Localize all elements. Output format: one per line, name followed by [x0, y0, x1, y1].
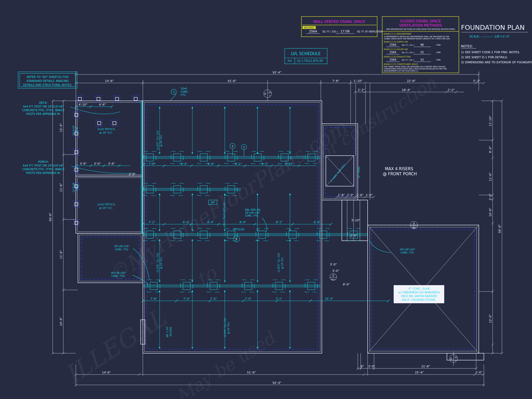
- dim-top: 14'-6": [105, 79, 114, 83]
- dim-right: 11'-10": [489, 116, 492, 126]
- watermark-text: ILLEGAL: [60, 304, 171, 390]
- marker-3: 3: [173, 90, 174, 93]
- dim-rowC: 7'-0": [184, 297, 190, 300]
- dim-rowB: 8'-4": [240, 221, 246, 224]
- section-marker-number: 2: [455, 360, 456, 362]
- house-air-area: 2564: [389, 51, 396, 54]
- stoop-slab-label: 4" CONC. SLAB (ALL): [330, 164, 346, 182]
- dim-left: 11'-6": [59, 183, 63, 192]
- risers-note: @ FRONT PORCH: [383, 172, 417, 176]
- title-block: FOUNDATION PLAN SCALE: ------------ 1/8"…: [461, 24, 532, 64]
- dim-deck: 4'-6": [99, 103, 106, 106]
- vented-formula: SQ. FT. / 150 =: [322, 31, 338, 33]
- dbl-pier-note: DBL PIER ON: [245, 209, 260, 211]
- dim-deck: 4'-10": [78, 103, 87, 106]
- dim-rowC: 15'-3": [325, 297, 333, 300]
- lvl-mark-cell: AIV: [288, 59, 292, 62]
- slab-note: ON 4" CRUSHED STONE.: [402, 298, 436, 301]
- exhaust-fan-head: (R408.3.2.4) EXHAUST FAN: [384, 56, 410, 58]
- dim-rowB: 8'-1": [276, 221, 283, 224]
- tji-label: 11.875" T.J.I. 210: [224, 318, 226, 338]
- house-air-formula: SQ. FT. / 50 =: [402, 52, 414, 54]
- porch-note: CONCRETE FTG. (TYP.). BRACE: [22, 168, 65, 171]
- dim-top: 2'-2": [358, 88, 365, 92]
- deck-note: 4x4 P.T. POST ON 16"x16"x8": [23, 105, 64, 108]
- slab-note: 4" CONC. SLAB: [408, 287, 429, 290]
- tji-label: @ 24" O.C.: [227, 322, 230, 334]
- dim-right: 8'-0": [489, 146, 492, 153]
- porch-note: POSTS PER APPENDIX M.: [26, 171, 61, 174]
- floor-joist-label: 2x10 TRT'D FJ: [97, 203, 115, 206]
- floor-joist-label: 2x10 TRT'D FJ: [97, 128, 115, 131]
- dim-overall-left: 56'-6": [49, 213, 52, 221]
- trtd-label: (2) 2x10: [72, 126, 75, 135]
- marker-2: 2: [232, 145, 233, 148]
- closed-title: CLOSED CRAWL SPACE: [400, 19, 441, 23]
- dim-left: 11'-6": [59, 250, 63, 259]
- house-air-value: 52: [421, 51, 424, 54]
- dim-top: 2'-2": [448, 88, 455, 92]
- dim-rowA: 6'-2": [235, 162, 242, 165]
- dim-bottom: 21'-8": [421, 365, 430, 368]
- dim-bottom: 51'-6": [247, 371, 256, 374]
- tji-label: @ 24" O.C.: [160, 134, 163, 147]
- ftg36-note: 36"x36"x16": [114, 245, 129, 248]
- house-air-head: (R408.3.2.3) HOUSE AIR: [384, 48, 408, 51]
- tji-label: 11.875" T.J.I. 210: [277, 253, 280, 273]
- sd-reference-box: REFER TO "SD" SHEET(S) FOR STANDARD DETA…: [18, 72, 77, 88]
- detail-marker-sheet: SD-1: [331, 279, 335, 281]
- dim-stoop: 1'-6": [366, 193, 373, 197]
- dim-right: 10'-0": [489, 208, 492, 217]
- ftg36-note: CONC. FTG.: [401, 251, 414, 254]
- vented-area: 2564: [309, 30, 317, 33]
- conditioned-body: CONDITIONED SPACE WITH WALL INSULATION I…: [384, 68, 447, 70]
- dehumidifier-head: (R408.3.2.1) DEHUMIDIFIER: [384, 33, 411, 35]
- tji-label: 11.875" T.J.I. 210: [156, 131, 159, 150]
- ftg36-note: CONC. FTG.: [115, 248, 129, 251]
- supply-air-head: (R408.3.2.2) SUPPLY AIR: [384, 41, 408, 43]
- lvl-title: LVL SCHEDULE: [291, 51, 321, 56]
- supply-air-unit: CFM: [436, 44, 440, 46]
- dim-right: 12'-0": [489, 314, 492, 323]
- dim-right: 2'-0": [489, 193, 492, 200]
- dim-stoop: 2'-0": [347, 193, 354, 197]
- dim-top: 1'-10": [354, 79, 362, 83]
- lvl-spec-cell: (2) 1.75x11.875-20': [297, 59, 323, 62]
- sd-note-line: STANDARD DETAILS, BRACING: [27, 79, 69, 82]
- dim-misc: 2'-0": [350, 234, 357, 237]
- dim-left: 12'-4": [59, 123, 63, 132]
- floor-joist-label: @ 16" O.C.: [99, 131, 113, 134]
- conditioned-head: (R408.3.2.5) CONDITIONED SPACE: [384, 63, 418, 65]
- sd-note-line: DETAILS AND STRUCTURAL NOTES.: [23, 83, 72, 86]
- floor-joist-label: @ 16" O.C.: [99, 206, 113, 209]
- sheet-title: FOUNDATION PLAN: [461, 24, 525, 31]
- exhaust-fan-area: 2564: [389, 58, 396, 61]
- deck-note: CONCRETE FTG. (TYP.). BRACE: [22, 109, 65, 112]
- dim-stoop: 1'-8": [338, 193, 345, 197]
- dim-rowA: 6'-4": [208, 162, 214, 165]
- watermark-text: May be used: [172, 327, 280, 399]
- note-item: 2) SEE SHEET D-1 FOR DETAILS.: [461, 56, 508, 59]
- scale-label: SCALE: ------------ 1/8"=1'-0": [469, 35, 510, 38]
- dim-bottom: 8": [361, 365, 364, 368]
- access-label: ACCESS: [169, 327, 172, 336]
- dim-misc: 8'-0": [343, 283, 350, 286]
- vented-title: WALL VENTED CRAWL SPACE: [313, 19, 365, 24]
- foundation-plan-sheet: 92'-4" 14'-6" 41'-6" 7'-8" 1'-10" 22'-8"…: [0, 0, 532, 399]
- closed-title: VENTILATION METHODS: [399, 23, 442, 27]
- notes-heading: NOTES:: [461, 44, 473, 48]
- trtd-label: TRT'D: [76, 127, 78, 134]
- vented-suffix: SQ. FT. OF VENTILATION: [357, 31, 383, 33]
- dim-rowC: 7'-0": [245, 297, 252, 300]
- trtd-label: TRT'D: [76, 184, 78, 191]
- deck-note: POSTS PER APPENDIX M.: [26, 112, 61, 115]
- dim-overall-bottom: 92'-4": [272, 381, 281, 385]
- dim-rowA: 7'-2": [149, 162, 155, 165]
- marker-6: 6: [236, 238, 237, 240]
- supply-air-area: 2564: [389, 43, 396, 46]
- watermark-text: to: [192, 261, 221, 291]
- exhaust-fan-unit: CFM: [436, 59, 440, 61]
- dim-rowC: 7'-0": [210, 297, 217, 300]
- plan-drawing: 92'-4" 14'-6" 41'-6" 7'-8" 1'-10" 22'-8"…: [0, 0, 532, 399]
- dim-misc: 2'-0": [129, 173, 136, 176]
